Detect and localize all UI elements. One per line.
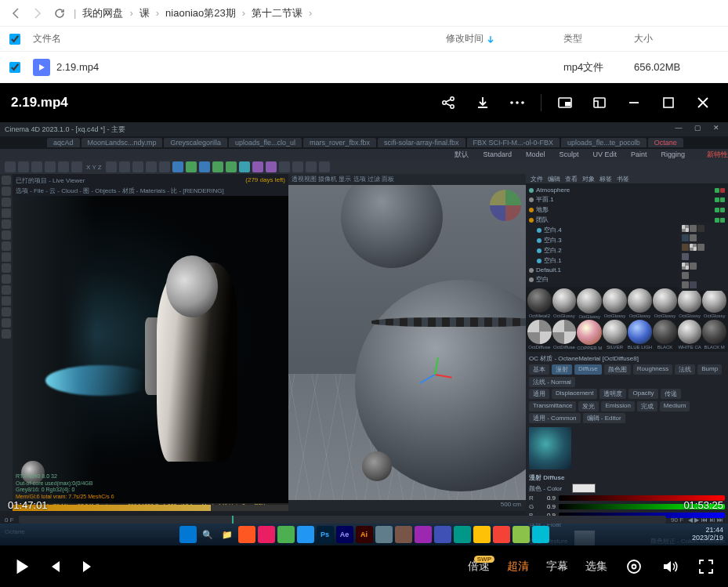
share-icon[interactable] xyxy=(434,89,462,117)
more-icon[interactable] xyxy=(503,89,531,117)
tool-icon[interactable] xyxy=(18,161,29,172)
tool-icon[interactable] xyxy=(2,274,11,284)
taskbar-icon[interactable]: 🔍 xyxy=(199,526,216,543)
taskbar-icon[interactable]: 📁 xyxy=(219,526,236,543)
taskbar-icon[interactable] xyxy=(277,526,295,543)
material-preview[interactable] xyxy=(529,427,571,469)
layout-btn[interactable]: Rigging xyxy=(661,150,685,158)
me-tab[interactable]: Transmittance xyxy=(529,401,576,411)
material-ball[interactable]: WHITE CA xyxy=(678,320,702,350)
tool-icon[interactable] xyxy=(2,230,11,240)
crumb[interactable]: 第十二节课 xyxy=(250,6,304,20)
me-tab[interactable]: Displacement xyxy=(552,389,597,399)
me-tab[interactable]: 通用 - Common xyxy=(529,413,581,423)
tool-icon[interactable] xyxy=(2,296,11,306)
taskbar-icon[interactable] xyxy=(179,526,197,543)
c4d-viewport[interactable]: 透视视图 摄像机 显示 选项 过滤 面板 500 cm xyxy=(288,174,526,511)
tool-icon[interactable] xyxy=(5,161,16,172)
tool-icon[interactable] xyxy=(2,197,11,207)
settings-icon[interactable] xyxy=(625,557,643,576)
me-tab[interactable]: Diffuse xyxy=(574,364,602,375)
me-tab[interactable]: Medium xyxy=(660,401,690,411)
c4d-tab[interactable]: Greyscalegorilla xyxy=(164,138,227,147)
maximize-icon[interactable] xyxy=(654,89,683,117)
tool-icon[interactable] xyxy=(319,161,330,172)
om-tab[interactable]: 编辑 xyxy=(548,175,560,183)
me-tab[interactable]: Emission xyxy=(601,401,634,411)
material-ball[interactable]: BLACK M xyxy=(702,320,726,350)
taskbar-icon[interactable]: Ps xyxy=(317,526,334,543)
tool-icon[interactable] xyxy=(2,219,11,229)
c4d-tab[interactable]: Octane xyxy=(648,138,683,147)
om-tab[interactable]: 书签 xyxy=(617,175,629,183)
taskbar-icon[interactable] xyxy=(415,526,432,543)
tool-icon[interactable] xyxy=(279,161,290,172)
c4d-tab[interactable]: scifi-solar-array-final.fbx xyxy=(378,138,465,147)
me-tab[interactable]: 漫射 xyxy=(552,364,572,375)
taskbar-icon[interactable]: Ae xyxy=(336,526,353,543)
quality-button[interactable]: 超清 xyxy=(507,560,529,574)
tool-icon[interactable] xyxy=(172,161,183,172)
taskbar-icon[interactable] xyxy=(258,526,275,543)
tool-icon[interactable] xyxy=(199,161,210,172)
material-ball[interactable]: SILVER xyxy=(603,320,627,350)
timeline-track[interactable] xyxy=(19,516,667,524)
tool-icon[interactable] xyxy=(58,161,69,172)
subtitle-button[interactable]: 字幕 xyxy=(546,560,568,574)
col-size[interactable]: 大小 xyxy=(634,32,728,45)
taskbar-icon[interactable] xyxy=(395,526,412,543)
col-date[interactable]: 修改时间 xyxy=(446,32,563,45)
select-all-checkbox[interactable] xyxy=(9,34,20,45)
tool-icon[interactable] xyxy=(71,161,82,172)
me-tab[interactable]: 编辑 - Editor xyxy=(583,413,625,423)
pip-icon[interactable] xyxy=(551,89,579,117)
material-ball[interactable]: OctGlossy xyxy=(577,288,602,319)
taskbar-icon[interactable] xyxy=(297,526,314,543)
tool-icon[interactable] xyxy=(2,307,11,317)
tool-icon[interactable] xyxy=(186,161,197,172)
episodes-button[interactable]: 选集 xyxy=(585,560,607,574)
taskbar-icon[interactable] xyxy=(434,526,451,543)
material-ball[interactable]: OctGlossy xyxy=(702,288,726,319)
material-ball[interactable]: BLACK xyxy=(653,320,677,350)
play-button[interactable] xyxy=(13,557,31,576)
object-row[interactable]: 平面.1 xyxy=(529,194,725,205)
file-row[interactable]: 2.19.mp4 mp4文件 656.02MB xyxy=(0,52,728,83)
me-tab[interactable]: 通用 xyxy=(529,389,549,399)
me-tab[interactable]: Roughness xyxy=(633,364,672,375)
taskbar-icon[interactable] xyxy=(238,526,255,543)
nav-back-button[interactable] xyxy=(6,4,25,23)
tool-icon[interactable] xyxy=(146,161,157,172)
me-tab[interactable]: 法线 xyxy=(675,364,695,375)
me-tab[interactable]: 完成 xyxy=(637,401,657,411)
tool-icon[interactable] xyxy=(2,329,11,339)
tool-icon[interactable] xyxy=(226,161,237,172)
col-type[interactable]: 类型 xyxy=(563,32,634,45)
object-row[interactable]: 地形 xyxy=(529,205,725,215)
crumb[interactable]: 我的网盘 xyxy=(81,6,125,20)
om-tab[interactable]: 标签 xyxy=(599,175,612,183)
video-content[interactable]: Cinema 4D 2023.1.0 - [xq.c4d *] - 主要 —▢✕… xyxy=(0,122,728,545)
tool-icon[interactable] xyxy=(252,161,263,172)
tool-icon[interactable] xyxy=(306,161,317,172)
taskbar-icon[interactable] xyxy=(493,526,510,543)
material-ball[interactable]: BLUE LIGH xyxy=(628,320,652,350)
material-ball[interactable]: OctGlossy xyxy=(552,288,577,319)
nav-refresh-button[interactable] xyxy=(50,4,69,23)
tool-icon[interactable] xyxy=(119,161,130,172)
row-checkbox[interactable] xyxy=(9,62,20,73)
me-tab[interactable]: Bump xyxy=(697,364,722,375)
tool-icon[interactable] xyxy=(2,285,11,295)
tool-icon[interactable] xyxy=(31,161,42,172)
tool-icon[interactable] xyxy=(159,161,170,172)
me-tab[interactable]: 颜色图 xyxy=(604,364,631,375)
viewport-nav-cube[interactable] xyxy=(490,190,521,221)
next-button[interactable] xyxy=(78,557,97,576)
c4d-tab[interactable]: aqcAd xyxy=(47,138,80,147)
tool-icon[interactable] xyxy=(2,176,11,185)
taskbar-clock[interactable]: 21:44 2023/2/19 xyxy=(692,527,723,542)
taskbar-icon[interactable] xyxy=(473,526,491,543)
c4d-tab[interactable]: mars_rover_fbx.fbx xyxy=(303,138,376,147)
me-tab[interactable]: 发光 xyxy=(578,401,599,411)
c4d-tab[interactable]: FBX SCI-FI-M...-ol-0-FBX xyxy=(467,138,560,147)
